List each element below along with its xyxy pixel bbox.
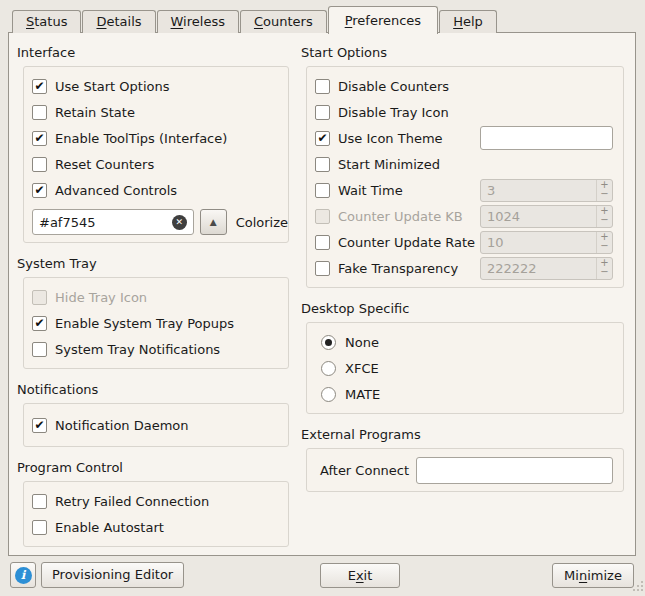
system-tray-group-title: System Tray [17,256,291,271]
checkbox-label: Hide Tray Icon [55,290,147,305]
advanced-controls-checkbox[interactable] [32,183,47,198]
hide-tray-icon-checkbox [32,290,47,305]
retain-state-checkbox[interactable] [32,105,47,120]
counter-update-rate-spinbox: 10 +− [480,231,613,254]
desktop-mate-radio[interactable] [321,387,336,402]
clear-icon[interactable]: ✕ [172,215,187,230]
exit-button[interactable]: Exit [320,563,400,588]
wait-time-checkbox[interactable] [315,183,330,198]
colorize-label: Colorize [236,215,288,230]
system-tray-frame: Hide Tray Icon Enable System Tray Popups… [23,277,289,369]
checkbox-label: Disable Tray Icon [338,105,449,120]
program-control-frame: Retry Failed Connection Enable Autostart [23,481,289,547]
tab-status[interactable]: Status [12,10,81,33]
row-use-icon-theme: Use Icon Theme [307,125,623,151]
checkbox-label: Enable ToolTips (Interface) [55,131,227,146]
notifications-frame: Notification Daemon [23,403,289,447]
checkbox-label: Advanced Controls [55,183,177,198]
spin-down-icon: − [597,190,612,201]
spinbox-value: 3 [481,180,596,201]
desktop-specific-frame: None XFCE MATE [306,322,624,414]
checkbox-label: Enable Autostart [55,520,164,535]
radio-label: None [345,335,379,350]
spinbox-value: 1024 [481,206,596,227]
tray-notifications-checkbox[interactable] [32,342,47,357]
tab-preferences[interactable]: Preferences [328,6,438,34]
checkbox-label: Counter Update Rate [338,235,475,250]
counter-update-rate-checkbox[interactable] [315,235,330,250]
use-start-options-checkbox[interactable] [32,79,47,94]
color-entry[interactable]: #af7545 ✕ [32,209,194,235]
spinner-buttons: +− [596,232,612,253]
wait-time-spinbox: 3 +− [480,179,613,202]
enable-autostart-checkbox[interactable] [32,520,47,535]
row-tray-notifications: System Tray Notifications [24,336,288,362]
checkbox-label: Notification Daemon [55,418,189,433]
desktop-none-radio[interactable] [321,335,336,350]
enable-tooltips-checkbox[interactable] [32,131,47,146]
color-value: #af7545 [39,215,172,230]
spinner-buttons: +− [596,258,612,279]
row-retry-failed-connection: Retry Failed Connection [24,488,288,514]
use-icon-theme-checkbox[interactable] [315,131,330,146]
resize-grip[interactable] [631,579,644,595]
fake-transparency-checkbox[interactable] [315,261,330,276]
tab-label: Status [26,14,67,29]
spin-down-icon: − [597,268,612,279]
tab-wireless[interactable]: Wireless [157,10,239,33]
icon-theme-input[interactable] [480,126,613,150]
tab-details[interactable]: Details [82,10,155,33]
row-notification-daemon: Notification Daemon [24,412,288,438]
interface-frame: Use Start Options Retain State Enable To… [23,66,289,243]
interface-group-title: Interface [17,45,291,60]
row-enable-tooltips: Enable ToolTips (Interface) [24,125,288,151]
row-start-minimized: Start Minimized [307,151,623,177]
tab-help[interactable]: Help [439,10,497,33]
radio-label: XFCE [345,361,379,376]
row-counter-update-kb: Counter Update KB 1024 +− [307,203,623,229]
start-options-group-title: Start Options [301,45,633,60]
after-connect-input[interactable] [416,457,613,484]
counter-update-kb-checkbox [315,209,330,224]
start-minimized-checkbox[interactable] [315,157,330,172]
info-button[interactable]: i [10,562,36,588]
tab-label: Wireless [171,14,225,29]
minimize-button[interactable]: Minimize [552,563,634,588]
row-fake-transparency: Fake Transparency 222222 +− [307,255,623,281]
notifications-group-title: Notifications [17,382,291,397]
notification-daemon-checkbox[interactable] [32,418,47,433]
checkbox-label: Disable Counters [338,79,449,94]
program-control-group-title: Program Control [17,460,291,475]
row-wait-time: Wait Time 3 +− [307,177,623,203]
checkbox-label: Wait Time [338,183,403,198]
fake-transparency-spinbox: 222222 +− [480,257,613,280]
row-retain-state: Retain State [24,99,288,125]
colorize-up-button[interactable]: ▲ [200,209,227,235]
tab-bar: Status Details Wireless Counters Prefere… [12,9,498,33]
checkbox-label: Enable System Tray Popups [55,316,234,331]
provisioning-editor-button[interactable]: Provisioning Editor [41,562,184,588]
retry-failed-connection-checkbox[interactable] [32,494,47,509]
checkbox-label: Retry Failed Connection [55,494,209,509]
disable-tray-icon-checkbox[interactable] [315,105,330,120]
row-hide-tray-icon: Hide Tray Icon [24,284,288,310]
row-advanced-controls: Advanced Controls [24,177,288,203]
spinbox-value: 10 [481,232,596,253]
checkbox-label: Use Icon Theme [338,131,443,146]
reset-counters-checkbox[interactable] [32,157,47,172]
enable-tray-popups-checkbox[interactable] [32,316,47,331]
disable-counters-checkbox[interactable] [315,79,330,94]
tab-label: Help [453,14,483,29]
counter-update-kb-spinbox: 1024 +− [480,205,613,228]
desktop-xfce-radio[interactable] [321,361,336,376]
tab-counters[interactable]: Counters [240,10,327,33]
row-disable-counters: Disable Counters [307,73,623,99]
row-use-start-options: Use Start Options [24,73,288,99]
spin-down-icon: − [597,242,612,253]
row-desktop-mate: MATE [307,381,623,407]
tab-label: Counters [254,14,313,29]
checkbox-label: Counter Update KB [338,209,463,224]
start-options-frame: Disable Counters Disable Tray Icon Use I… [306,66,624,288]
row-enable-tray-popups: Enable System Tray Popups [24,310,288,336]
checkbox-label: Fake Transparency [338,261,458,276]
